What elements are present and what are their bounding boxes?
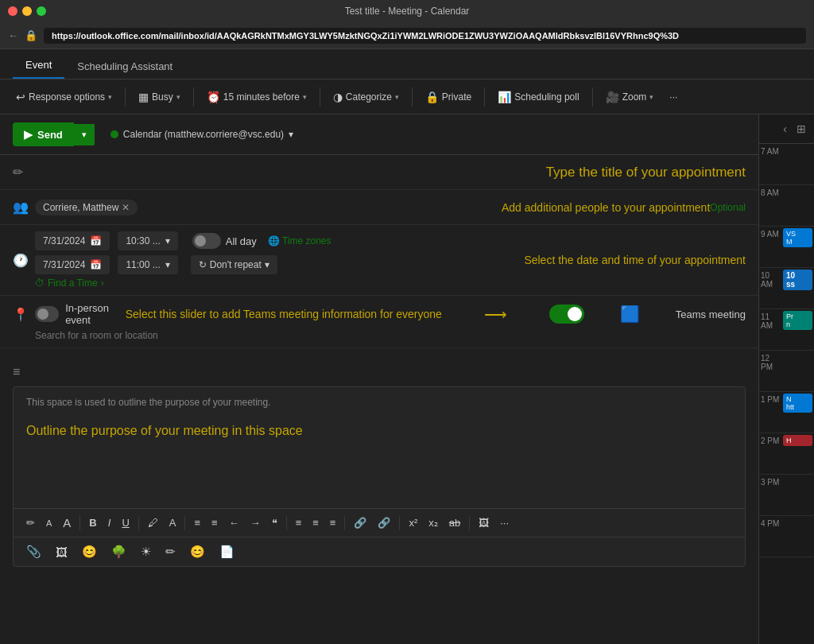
reminder-button[interactable]: ⏰ 15 minutes before ▾ bbox=[200, 87, 313, 107]
categorize-button[interactable]: ◑ Categorize ▾ bbox=[327, 87, 405, 107]
maximize-button[interactable] bbox=[37, 6, 46, 16]
calendar-name: Calendar (matthew.corriere@vsc.edu) bbox=[123, 129, 284, 140]
repeat-button[interactable]: ↻ Don't repeat ▾ bbox=[191, 255, 277, 274]
calendar-view-button[interactable]: ⊞ bbox=[793, 119, 809, 138]
busy-button[interactable]: ▦ Busy ▾ bbox=[132, 87, 187, 107]
calendar-event-vs: VSM bbox=[783, 228, 812, 247]
close-button[interactable] bbox=[8, 6, 17, 16]
time-label-8am: 8 AM bbox=[759, 185, 781, 200]
align-center-button[interactable]: ≡ bbox=[291, 514, 307, 531]
separator-6 bbox=[592, 87, 593, 107]
separator-1 bbox=[125, 87, 126, 107]
link-button[interactable]: 🔗 bbox=[349, 514, 371, 531]
end-time-input[interactable]: 11:00 ... ▾ bbox=[118, 255, 177, 274]
forms-button[interactable]: 📄 bbox=[215, 542, 239, 561]
zoom-button[interactable]: 🎥 Zoom ▾ bbox=[599, 87, 661, 107]
attendee-name: Corriere, Matthew bbox=[43, 202, 118, 213]
timezone-link[interactable]: 🌐 Time zones bbox=[268, 235, 331, 246]
separator bbox=[286, 516, 287, 530]
underline-button[interactable]: U bbox=[117, 514, 134, 531]
url-rest: .com/mail/inbox/id/AAQkAGRkNTMxMGY3LWY5M… bbox=[138, 31, 679, 41]
body-content-area[interactable] bbox=[14, 444, 745, 508]
teams-switch[interactable] bbox=[549, 305, 584, 324]
send-bar: ▶ Send ▾ Calendar (matthew.corriere@vsc.… bbox=[0, 114, 758, 155]
remove-attendee-button[interactable]: ✕ bbox=[122, 202, 130, 213]
superscript-button[interactable]: x² bbox=[404, 514, 422, 531]
response-options-icon: ↩ bbox=[16, 91, 25, 103]
align-right-button[interactable]: ≡ bbox=[308, 514, 324, 531]
time-slot-3pm: 3 PM bbox=[759, 475, 814, 516]
time-slots: 7 AM 8 AM 9 AM VSM 10 AM 10ss 11 AM Prn … bbox=[759, 144, 814, 644]
allday-switch[interactable] bbox=[192, 233, 221, 249]
highlight-button[interactable]: 🖊 bbox=[143, 514, 163, 531]
chevron-down-icon: ▾ bbox=[176, 93, 180, 101]
start-date-input[interactable]: 7/31/2024 📅 bbox=[35, 231, 110, 250]
sticker-button[interactable]: ☀ bbox=[136, 542, 156, 561]
font-size-small-button[interactable]: A bbox=[41, 516, 56, 530]
font-color-button[interactable]: A bbox=[165, 514, 181, 531]
bold-button[interactable]: B bbox=[84, 514, 101, 531]
minimize-button[interactable] bbox=[22, 6, 32, 16]
increase-indent-button[interactable]: → bbox=[246, 514, 266, 531]
title-input[interactable]: Test title bbox=[35, 163, 514, 181]
inperson-switch[interactable] bbox=[35, 306, 59, 322]
unlink-button[interactable]: 🔗 bbox=[373, 514, 395, 531]
reminder-label: 15 minutes before bbox=[223, 91, 300, 103]
start-time-input[interactable]: 10:30 ... ▾ bbox=[118, 231, 177, 250]
send-button[interactable]: ▶ Send bbox=[13, 122, 74, 146]
calendar-event-current: 10ss bbox=[783, 270, 812, 290]
draw-button[interactable]: ✏ bbox=[161, 542, 180, 561]
calendar-event-h: H bbox=[783, 435, 812, 446]
quote-button[interactable]: ❝ bbox=[267, 514, 282, 531]
teams-icon: 🟦 bbox=[620, 305, 640, 324]
time-slot-10am: 10 AM 10ss bbox=[759, 268, 814, 309]
emoji-button[interactable]: 😊 bbox=[77, 542, 102, 561]
more-options-button[interactable]: ··· bbox=[663, 87, 684, 107]
calendar-color-dot bbox=[110, 130, 118, 138]
url-bar[interactable]: https://outlook.office.com/mail/inbox/id… bbox=[44, 28, 806, 44]
busy-icon: ▦ bbox=[138, 91, 149, 103]
loop-button[interactable]: 😊 bbox=[185, 542, 210, 561]
end-date-input[interactable]: 7/31/2024 📅 bbox=[35, 255, 110, 274]
image-button[interactable]: 🖼 bbox=[474, 514, 494, 531]
font-size-large-button[interactable]: A bbox=[58, 514, 76, 532]
location-icon: 📍 bbox=[13, 307, 35, 322]
align-left-button[interactable]: ≡ bbox=[189, 514, 205, 531]
tab-scheduling-assistant[interactable]: Scheduling Assistant bbox=[64, 54, 185, 79]
response-options-button[interactable]: ↩ Response options ▾ bbox=[10, 87, 118, 107]
decrease-indent-button[interactable]: ← bbox=[224, 514, 244, 531]
send-button-group: ▶ Send ▾ bbox=[13, 122, 95, 146]
time-label-3pm: 3 PM bbox=[759, 475, 781, 490]
location-search-input[interactable] bbox=[35, 330, 194, 341]
calendar-selector[interactable]: Calendar (matthew.corriere@vsc.edu) ▾ bbox=[103, 125, 301, 144]
strikethrough-button[interactable]: ab bbox=[444, 514, 465, 531]
private-icon: 🔒 bbox=[425, 91, 439, 103]
time-label-1pm: 1 PM bbox=[759, 392, 781, 407]
gif-button[interactable]: 🌳 bbox=[107, 542, 131, 561]
allday-label: All day bbox=[226, 235, 257, 247]
justify-button[interactable]: ≡ bbox=[325, 514, 341, 531]
subscript-button[interactable]: x₂ bbox=[424, 514, 443, 531]
location-row: 📍 In-person event Select this slider to … bbox=[0, 296, 758, 348]
repeat-icon: ↻ bbox=[199, 259, 207, 270]
collapse-panel-button[interactable]: ‹ bbox=[780, 119, 790, 138]
time-label-2pm: 2 PM bbox=[759, 433, 781, 448]
more-formatting-button[interactable]: ··· bbox=[495, 514, 514, 531]
find-time-link[interactable]: ⏱ Find a Time › bbox=[35, 277, 511, 289]
send-dropdown-button[interactable]: ▾ bbox=[74, 124, 95, 145]
attach-button[interactable]: 📎 bbox=[21, 542, 46, 561]
security-icon: 🔒 bbox=[25, 29, 37, 41]
body-icon-row: ≡ bbox=[0, 351, 758, 386]
private-button[interactable]: 🔒 Private bbox=[419, 87, 478, 107]
attendees-row: 👥 Corriere, Matthew ✕ Add additional peo… bbox=[0, 190, 758, 225]
ordered-list-button[interactable]: ≡ bbox=[207, 514, 223, 531]
image-insert-button[interactable]: 🖼 bbox=[51, 543, 72, 561]
window-title: Test title - Meeting - Calendar bbox=[345, 6, 470, 17]
format-painter-button[interactable]: ✏ bbox=[21, 514, 40, 531]
scheduling-poll-button[interactable]: 📊 Scheduling poll bbox=[491, 87, 585, 107]
inperson-label: In-person event bbox=[65, 302, 126, 326]
people-icon: 👥 bbox=[13, 200, 35, 215]
tab-event[interactable]: Event bbox=[13, 52, 64, 79]
italic-button[interactable]: I bbox=[103, 514, 116, 531]
back-icon[interactable]: ← bbox=[8, 29, 18, 41]
